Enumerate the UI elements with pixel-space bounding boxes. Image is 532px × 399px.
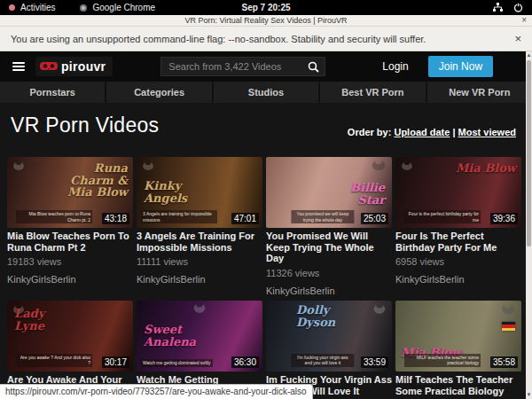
join-now-button[interactable]: Join Now [428,56,493,77]
views-count: 11326 views [266,268,392,278]
german-flag-icon [502,322,515,331]
system-bar: Activities Google Chrome Sep 7 20:25 [0,0,532,15]
thumbnail-caption: Mia Blow teaches porn to Runa Charm pt. … [16,210,92,223]
video-thumbnail[interactable]: Kinky Angels 3 Angels are training for i… [137,157,262,228]
page-title: VR Porn Videos [11,113,159,137]
video-thumbnail[interactable]: Billie Star You promised we will keep tr… [266,157,392,228]
video-thumbnail[interactable]: Mia Blow MILF teaches the teacher some p… [395,301,521,372]
video-title-link[interactable]: Milf Teaches The Teacher Some Practical … [395,374,521,396]
thumbnail-caption: I'm fucking your virgin ass and you will… [291,354,354,367]
nav-item-new-vr-porn[interactable]: New VR Porn [427,82,532,103]
content-area: VR Porn Videos Order by: Upload date | M… [0,103,532,399]
studio-logo-cat-mask-icon [371,160,387,177]
duration-badge: 39:36 [490,213,518,224]
video-title-link[interactable]: You Promised We Will Keep Trying The Who… [266,231,392,264]
thumbnail-caption: Watch me getting dominated softly [141,359,213,367]
duration-badge: 43:18 [102,213,129,224]
nav-item-studios[interactable]: Studios [214,82,320,103]
scrollbar-thumb[interactable] [527,60,531,246]
order-by-upload-date-link[interactable]: Upload date [394,127,450,137]
studio-link[interactable]: KinkyGirlsBerlin [266,286,392,296]
logo-text: pirouvr [61,59,106,74]
thumbnail-caption: Are you awake ? And your dick also ? [16,354,92,367]
webpage: pirouvr Login Join Now Pornstars Categor… [0,51,532,399]
thumbnail-overlay-name: Billie Star [323,182,385,206]
studio-link[interactable]: KinkyGirlsBerlin [7,274,133,285]
video-title-link[interactable]: Mia Blow Teaches Porn To Runa Charm Pt 2 [7,231,133,253]
order-by-separator: | [452,127,455,137]
video-thumbnail[interactable]: Sweet Analena Watch me getting dominated… [137,301,262,372]
scroll-down-arrow-icon[interactable]: ▼ [526,391,532,399]
search-icon [308,61,319,73]
video-card: Kinky Angels 3 Angels are training for i… [137,157,262,296]
thumbnail-caption: 3 Angels are training for impossible mis… [141,210,217,223]
warning-infobar: You are using an unsupported command-lin… [0,27,532,51]
nav-item-best-vr-porn[interactable]: Best VR Porn [320,82,426,103]
site-header: pirouvr Login Join Now [0,51,532,82]
site-logo[interactable]: pirouvr [35,57,113,76]
studio-logo-cat-mask-icon [12,160,25,176]
warning-close-icon[interactable]: × [514,32,521,45]
video-thumbnail[interactable]: Mia Blow Four is the perfect birthday pa… [395,157,521,228]
main-nav: Pornstars Categories Studios Best VR Por… [0,82,532,103]
status-url-popup: https://pirouvr.com/vr-porn-video/779325… [0,384,313,399]
studio-logo-cat-mask-icon [401,160,413,176]
thumbnail-overlay-name: Kinky Angels [144,180,210,204]
search-input[interactable] [160,57,302,76]
duration-badge: 33:59 [361,356,388,368]
scrollbar[interactable]: ▲ ▼ [526,51,532,399]
search-button[interactable] [302,57,325,76]
thumbnail-caption: Four is the perfect birthday party for m… [404,210,481,223]
video-card: Mia Blow MILF teaches the teacher some p… [395,301,521,399]
clock[interactable]: Sep 7 20:25 [0,3,532,12]
studio-link[interactable]: KinkyGirlsBerlin [137,274,262,285]
studio-logo-cat-mask-icon [192,303,207,319]
studio-logo-cat-mask-icon [500,304,516,321]
thumbnail-overlay-name: Dolly Dyson [296,304,367,328]
order-by-label: Order by: [348,127,392,137]
hamburger-menu-icon[interactable] [12,62,25,71]
warning-text: You are using an unsupported command-lin… [11,34,426,44]
views-count: 11111 views [137,256,262,267]
views-count: 19183 views [7,256,133,267]
duration-badge: 47:01 [231,213,259,224]
thumbnail-overlay-name: Sweet Analena [144,324,210,348]
studio-link[interactable]: KinkyGirlsBerlin [395,274,521,285]
duration-badge: 36:30 [231,356,259,368]
search-bar [160,57,325,76]
window-titlebar: VR Porn: Virtual Reality Sex Videos | Pi… [0,15,532,27]
thumbnail-overlay-name: Runa Charm & Mia Blow [66,162,128,199]
video-thumbnail[interactable]: Runa Charm & Mia Blow Mia Blow teaches p… [7,157,133,228]
thumbnail-caption: You promised we will keep trying the who… [291,210,354,223]
thumbnail-overlay-name: Mia Blow [456,162,516,175]
window-close-icon[interactable]: × [521,15,527,26]
thumbnail-overlay-name: Lady Lyne [14,308,76,332]
video-title-link[interactable]: 3 Angels Are Training For Impossible Mis… [137,231,262,253]
studio-logo-cat-mask-icon [142,160,154,176]
video-title-link[interactable]: Four Is The Perfect Birthday Party For M… [395,231,521,253]
duration-badge: 25:03 [361,213,388,224]
login-link[interactable]: Login [382,60,408,73]
video-card: Billie Star You promised we will keep tr… [266,157,392,296]
duration-badge: 35:58 [490,356,518,368]
studio-logo-cat-mask-icon [372,304,387,320]
order-by-most-viewed-link[interactable]: Most viewed [458,127,516,137]
window-title: VR Porn: Virtual Reality Sex Videos | Pi… [184,16,347,25]
video-thumbnail[interactable]: Lady Lyne Are you awake ? And your dick … [7,301,133,372]
video-card: Runa Charm & Mia Blow Mia Blow teaches p… [7,157,133,296]
video-grid: Runa Charm & Mia Blow Mia Blow teaches p… [7,157,525,399]
views-count: 6958 views [395,256,521,267]
order-by-controls: Order by: Upload date | Most viewed [348,127,516,137]
video-thumbnail[interactable]: Dolly Dyson I'm fucking your virgin ass … [266,301,392,372]
duration-badge: 30:17 [102,356,129,368]
video-card: Mia Blow Four is the perfect birthday pa… [395,157,521,296]
scroll-up-arrow-icon[interactable]: ▲ [526,51,532,59]
nav-item-categories[interactable]: Categories [106,82,213,103]
nav-item-pornstars[interactable]: Pornstars [0,82,106,103]
vr-goggles-icon [40,61,58,72]
thumbnail-caption: MILF teaches the teacher some practical … [404,354,481,367]
